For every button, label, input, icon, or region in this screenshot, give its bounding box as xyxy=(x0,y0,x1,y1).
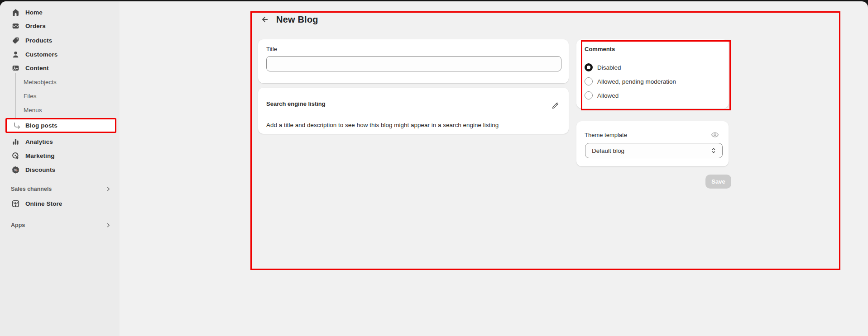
sidebar-item-label: Home xyxy=(25,9,43,16)
sidebar-section-sales-channels[interactable]: Sales channels xyxy=(0,183,120,195)
title-card: Title xyxy=(258,39,569,83)
comments-option-allowed[interactable]: Allowed xyxy=(585,91,619,100)
radio-label: Allowed xyxy=(597,92,619,99)
home-icon xyxy=(11,8,20,17)
analytics-icon xyxy=(11,137,20,146)
svg-text:%: % xyxy=(14,167,17,172)
radio-label: Allowed, pending moderation xyxy=(597,78,676,85)
sidebar-item-products[interactable]: Products xyxy=(0,33,120,47)
sidebar-item-label: Orders xyxy=(25,23,46,29)
comments-card-heading: Comments xyxy=(585,46,720,52)
title-input[interactable] xyxy=(266,56,561,71)
sidebar-item-label: Online Store xyxy=(25,200,62,207)
sidebar-item-blog-posts[interactable]: Blog posts xyxy=(5,118,116,133)
radio-button[interactable] xyxy=(585,77,593,85)
orders-icon xyxy=(11,21,20,30)
comments-option-disabled[interactable]: Disabled xyxy=(585,63,621,72)
eye-icon xyxy=(710,130,719,139)
sidebar-item-metaobjects[interactable]: Metaobjects xyxy=(0,75,120,89)
select-updown-icon xyxy=(710,147,718,155)
sidebar-section-apps[interactable]: Apps xyxy=(0,219,120,232)
content-icon xyxy=(11,63,20,72)
sidebar-item-online-store[interactable]: Online Store xyxy=(0,197,120,210)
page-header: New Blog xyxy=(259,14,318,25)
sidebar-item-label: Discounts xyxy=(25,166,55,173)
section-label: Apps xyxy=(11,222,25,228)
theme-template-select[interactable]: Default blog xyxy=(585,143,723,158)
tag-icon xyxy=(11,36,20,45)
sidebar-item-menus[interactable]: Menus xyxy=(0,103,120,117)
preview-theme-button[interactable] xyxy=(710,129,720,140)
app-surface: Home Orders Products Customers Content xyxy=(0,1,868,336)
sidebar-item-label: Metaobjects xyxy=(24,79,57,85)
comments-card: Comments Disabled Allowed, pending moder… xyxy=(576,39,729,109)
customers-icon xyxy=(11,50,20,59)
theme-template-card: Theme template Default blog xyxy=(576,121,729,166)
radio-button[interactable] xyxy=(585,91,593,99)
tree-arrow-icon xyxy=(14,122,21,129)
marketing-icon xyxy=(11,151,20,160)
section-label: Sales channels xyxy=(11,186,52,192)
sidebar-item-home[interactable]: Home xyxy=(0,5,120,19)
title-field-label: Title xyxy=(266,46,561,52)
discounts-icon: % xyxy=(11,165,20,174)
sidebar-item-analytics[interactable]: Analytics xyxy=(0,135,120,148)
search-engine-listing-card: Search engine listing Add a title and de… xyxy=(258,88,569,134)
seo-card-description: Add a title and description to see how t… xyxy=(266,122,561,128)
sidebar-item-label: Analytics xyxy=(25,138,53,145)
theme-template-label: Theme template xyxy=(585,132,627,138)
sidebar-item-customers[interactable]: Customers xyxy=(0,47,120,61)
sidebar-item-label: Content xyxy=(25,65,49,71)
comments-option-allowed-pending-moderation[interactable]: Allowed, pending moderation xyxy=(585,77,676,86)
arrow-left-icon xyxy=(260,15,269,24)
seo-card-heading: Search engine listing xyxy=(266,100,326,107)
pencil-icon xyxy=(551,102,559,110)
sidebar-item-orders[interactable]: Orders xyxy=(0,19,120,33)
sidebar-item-content[interactable]: Content xyxy=(0,61,120,75)
chevron-right-icon xyxy=(105,186,111,192)
sidebar-item-label: Marketing xyxy=(25,152,55,159)
store-icon xyxy=(11,199,20,208)
sidebar-item-label: Menus xyxy=(24,107,42,114)
radio-button[interactable] xyxy=(585,63,593,71)
chevron-right-icon xyxy=(105,222,111,228)
sidebar-item-marketing[interactable]: Marketing xyxy=(0,149,120,162)
sidebar-item-label: Blog posts xyxy=(25,122,58,129)
select-value: Default blog xyxy=(592,147,624,154)
sidebar-item-label: Customers xyxy=(25,51,58,58)
sidebar-item-label: Files xyxy=(24,93,37,99)
edit-seo-button[interactable] xyxy=(550,100,561,111)
sidebar-item-discounts[interactable]: % Discounts xyxy=(0,163,120,176)
sidebar: Home Orders Products Customers Content xyxy=(0,1,120,336)
radio-label: Disabled xyxy=(597,64,621,71)
save-button[interactable]: Save xyxy=(705,175,731,189)
sidebar-item-label: Products xyxy=(25,37,52,44)
page-title: New Blog xyxy=(276,14,318,25)
sidebar-item-files[interactable]: Files xyxy=(0,89,120,103)
back-button[interactable] xyxy=(259,14,270,25)
